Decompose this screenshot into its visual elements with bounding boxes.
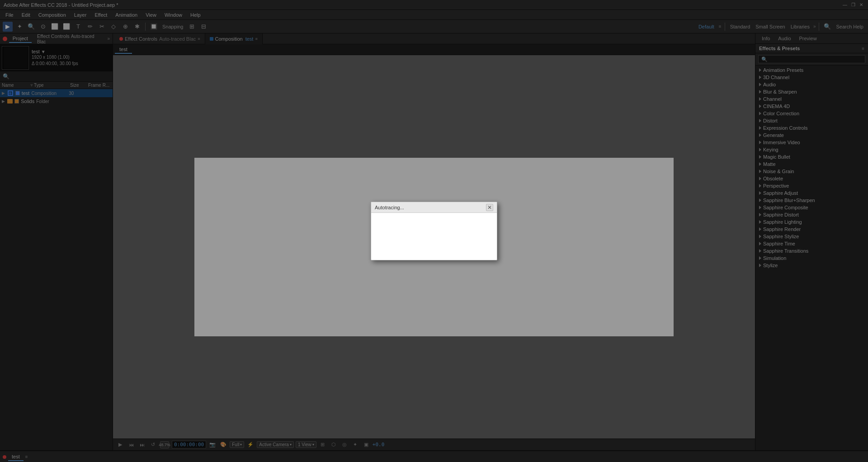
dialog-title-bar: Autotracing... ✕	[371, 202, 497, 213]
autotracing-dialog: Autotracing... ✕	[371, 202, 497, 260]
dialog-close-button[interactable]: ✕	[486, 204, 493, 211]
modal-overlay[interactable]: Autotracing... ✕	[0, 0, 868, 462]
dialog-content	[371, 213, 497, 260]
dialog-title: Autotracing...	[375, 205, 404, 210]
